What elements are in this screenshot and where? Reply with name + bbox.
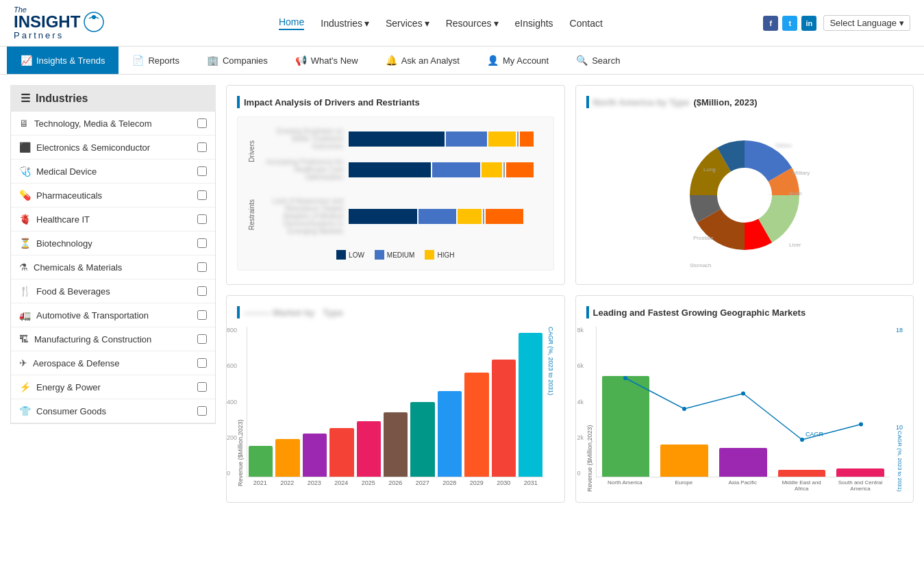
sidebar-item-1[interactable]: ⬛ Electronics & Semiconductor bbox=[11, 136, 215, 160]
market-year-label-2025: 2025 bbox=[355, 479, 382, 486]
subnav-insights-trends[interactable]: 📈 Insights & Trends bbox=[7, 47, 118, 74]
linkedin-icon[interactable]: in bbox=[801, 16, 816, 31]
svg-text:Others: Others bbox=[775, 142, 792, 149]
donut-chart: Others Military Brain Lung Prostate Stom… bbox=[586, 116, 903, 274]
sidebar-item-11[interactable]: ⚡ Energy & Power bbox=[11, 375, 215, 399]
sidebar-item-6[interactable]: ⚗ Chemicals & Materials bbox=[11, 255, 215, 279]
sidebar-checkbox-6[interactable] bbox=[197, 262, 207, 272]
nav-services[interactable]: Services ▾ bbox=[386, 16, 429, 30]
sidebar-checkbox-7[interactable] bbox=[197, 286, 207, 296]
nav-contact[interactable]: Contact bbox=[570, 16, 603, 30]
impact-bars-3 bbox=[349, 209, 523, 224]
sidebar-item-8[interactable]: 🚛 Automotive & Transportation bbox=[11, 303, 215, 327]
sidebar-label-4: Healthcare IT bbox=[36, 214, 90, 225]
market-bar-2031 bbox=[519, 333, 542, 477]
sidebar-item-7[interactable]: 🍴 Food & Beverages bbox=[11, 279, 215, 303]
sidebar-item-left-0: 🖥 Technology, Media & Telecom bbox=[19, 118, 152, 129]
logo[interactable]: The INSIGHT Partners bbox=[14, 5, 104, 40]
svg-text:Prostate: Prostate bbox=[693, 235, 714, 241]
sidebar-checkbox-4[interactable] bbox=[197, 214, 207, 224]
sidebar-item-left-9: 🏗 Manufacturing & Construction bbox=[19, 334, 151, 345]
market-year-label-2024: 2024 bbox=[328, 479, 355, 486]
sidebar-item-3[interactable]: 💊 Pharmaceuticals bbox=[11, 184, 215, 208]
sidebar-item-4[interactable]: 🫀 Healthcare IT bbox=[11, 208, 215, 231]
sidebar-checkbox-12[interactable] bbox=[197, 406, 207, 416]
nav-home[interactable]: Home bbox=[279, 16, 304, 30]
sidebar-checkbox-3[interactable] bbox=[197, 190, 207, 200]
market-year-label-2026: 2026 bbox=[382, 479, 410, 486]
market-year-label-2030: 2030 bbox=[490, 479, 518, 486]
legend-high-box bbox=[425, 250, 434, 260]
geo-bar-1 bbox=[660, 444, 708, 477]
legend-medium: MEDIUM bbox=[375, 250, 415, 260]
nav-industries[interactable]: Industries ▾ bbox=[321, 16, 369, 30]
sidebar-checkbox-8[interactable] bbox=[197, 310, 207, 320]
market-year-label-2023: 2023 bbox=[301, 479, 328, 486]
market-bar-2023 bbox=[303, 434, 327, 477]
subnav-reports[interactable]: 📄 Reports bbox=[118, 47, 193, 74]
market-bars-area: 0200400600800 bbox=[247, 327, 545, 477]
legend-low-box bbox=[336, 250, 346, 260]
sidebar-label-9: Manufacturing & Construction bbox=[34, 334, 151, 345]
subnav-my-account[interactable]: 👤 My Account bbox=[473, 47, 562, 74]
resources-dropdown-icon: ▾ bbox=[494, 18, 499, 29]
sidebar-icon-1: ⬛ bbox=[19, 142, 31, 153]
sidebar-item-0[interactable]: 🖥 Technology, Media & Telecom bbox=[11, 112, 215, 136]
sidebar-item-10[interactable]: ✈ Aerospace & Defense bbox=[11, 351, 215, 375]
sidebar-icon-8: 🚛 bbox=[19, 310, 31, 321]
logo-main: INSIGHT bbox=[14, 14, 80, 30]
nav-resources[interactable]: Resources ▾ bbox=[446, 16, 499, 30]
facebook-icon[interactable]: f bbox=[763, 16, 778, 31]
market-by-type-card: ——— Market by Type Revenue ($Million,202… bbox=[226, 295, 565, 503]
sidebar-checkbox-9[interactable] bbox=[197, 334, 207, 344]
impact-bars-1 bbox=[349, 132, 534, 147]
companies-icon: 🏢 bbox=[207, 55, 218, 66]
north-america-title: North America by Type ($Million, 2023) bbox=[586, 96, 903, 108]
subnav-search[interactable]: 🔍 Search bbox=[562, 47, 634, 74]
sidebar-checkbox-0[interactable] bbox=[197, 118, 207, 128]
geo-label-0: North America bbox=[601, 479, 649, 492]
impact-label-3: Lack of Awareness and Reluctance Toward … bbox=[261, 197, 343, 235]
sidebar-item-left-10: ✈ Aerospace & Defense bbox=[19, 358, 119, 368]
sidebar-item-12[interactable]: 👕 Consumer Goods bbox=[11, 399, 215, 423]
sidebar-checkbox-1[interactable] bbox=[197, 142, 207, 152]
sidebar-item-9[interactable]: 🏗 Manufacturing & Construction bbox=[11, 327, 215, 351]
sidebar-item-left-8: 🚛 Automotive & Transportation bbox=[19, 310, 149, 321]
market-year-label-2031: 2031 bbox=[517, 479, 545, 486]
impact-label-2: Increasing Preference for Healthcare Cos… bbox=[261, 158, 343, 181]
market-bar-2021 bbox=[249, 446, 273, 477]
sidebar-icon-11: ⚡ bbox=[19, 381, 31, 392]
language-selector[interactable]: Select Language ▾ bbox=[823, 15, 910, 31]
title-bar-accent-4 bbox=[586, 306, 589, 318]
logo-bottom: Partners bbox=[14, 30, 64, 40]
sidebar-icon-4: 🫀 bbox=[19, 214, 31, 225]
subnav-ask-analyst[interactable]: 🔔 Ask an Analyst bbox=[372, 47, 473, 74]
svg-text:Lung: Lung bbox=[703, 166, 716, 173]
geo-label-2: Asia Pacific bbox=[719, 479, 766, 492]
market-chart-container: Revenue ($Million,2023) 0200400600800 20… bbox=[237, 327, 554, 486]
subnav-whats-new[interactable]: 📢 What's New bbox=[282, 47, 372, 74]
sidebar-item-5[interactable]: ⏳ Biotechnology bbox=[11, 231, 215, 255]
sidebar-checkbox-11[interactable] bbox=[197, 382, 207, 392]
sidebar-item-2[interactable]: 🩺 Medical Device bbox=[11, 160, 215, 184]
twitter-icon[interactable]: t bbox=[782, 16, 797, 31]
impact-row-3: Lack of Awareness and Reluctance Toward … bbox=[261, 197, 543, 235]
sidebar-item-left-7: 🍴 Food & Beverages bbox=[19, 286, 110, 297]
sidebar-item-left-2: 🩺 Medical Device bbox=[19, 166, 97, 177]
subnav-companies[interactable]: 🏢 Companies bbox=[193, 47, 282, 74]
sidebar-label-6: Chemicals & Materials bbox=[34, 262, 122, 273]
sidebar-checkbox-5[interactable] bbox=[197, 238, 207, 248]
nav-einsights[interactable]: eInsights bbox=[515, 16, 553, 30]
geo-chart-container: Revenue ($Million,2023) 02k4k6k8k CAGR N… bbox=[586, 327, 903, 492]
title-bar-accent bbox=[237, 96, 240, 108]
market-year-label-2029: 2029 bbox=[463, 479, 490, 486]
geo-markets-card: Leading and Fastest Growing Geographic M… bbox=[575, 295, 914, 503]
market-bar-2030 bbox=[492, 360, 516, 477]
market-year-label-2028: 2028 bbox=[436, 479, 464, 486]
sidebar-checkbox-2[interactable] bbox=[197, 166, 207, 176]
legend-high: HIGH bbox=[425, 250, 454, 260]
svg-text:Military: Military bbox=[792, 170, 810, 176]
sidebar-checkbox-10[interactable] bbox=[197, 358, 207, 368]
sidebar-list: 🖥 Technology, Media & Telecom ⬛ Electron… bbox=[10, 112, 216, 424]
geo-bars-area: 02k4k6k8k bbox=[596, 327, 890, 477]
